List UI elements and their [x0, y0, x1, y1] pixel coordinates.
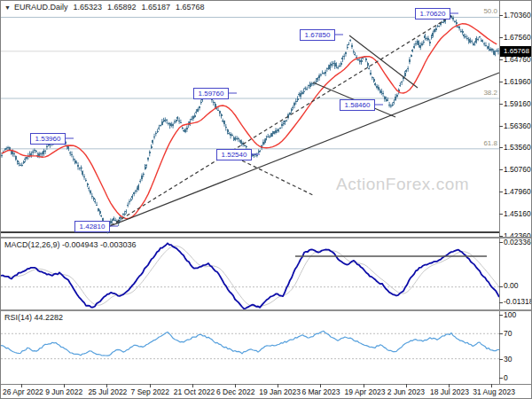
candle-body [284, 121, 286, 122]
price-tick-label: 1.50760 [504, 165, 531, 174]
ohlc-high: 1.65892 [107, 3, 137, 12]
candle-body [83, 176, 85, 177]
candle-body [149, 152, 151, 153]
candle-body [79, 168, 81, 168]
candle-body [194, 115, 196, 117]
candle-body [186, 128, 188, 129]
candle-body [43, 151, 44, 154]
fib-level-label: 38.2 [469, 89, 497, 97]
candle-body [411, 55, 412, 57]
candle-body [200, 102, 202, 103]
candle-body [475, 38, 477, 41]
candle-body [479, 36, 481, 37]
candle-body [438, 26, 440, 27]
candle-body [424, 35, 426, 38]
price-callout[interactable]: 1.42810 [74, 221, 110, 232]
symbol-dropdown-icon[interactable]: ▼ [4, 4, 11, 11]
candle-body [262, 142, 264, 145]
candle-body [267, 137, 269, 137]
candle-body [291, 109, 293, 111]
candle-body [473, 43, 474, 45]
rsi-tick-label: 0 [504, 373, 508, 382]
candle-body [164, 120, 166, 121]
candle-body [343, 56, 345, 57]
candle-body [489, 49, 491, 50]
candle-body [437, 26, 439, 27]
candle-body [130, 200, 132, 200]
panel-divider-macd[interactable] [1, 237, 532, 239]
candle-body [17, 160, 19, 162]
price-callout[interactable]: 1.67850 [300, 29, 335, 41]
candle-body [169, 123, 171, 126]
candle-body [337, 67, 339, 68]
candle-body [234, 137, 236, 141]
candle-body [26, 157, 27, 158]
price-callout[interactable]: 1.58460 [340, 99, 375, 111]
candle-body [163, 121, 165, 121]
date-axis-tick [491, 384, 492, 387]
candle-body [174, 121, 176, 122]
candle-body [131, 196, 133, 197]
candle-body [98, 208, 99, 211]
price-tick-label: 1.59160 [504, 99, 531, 108]
price-callout[interactable]: 1.53960 [30, 133, 66, 145]
macd-main-line [1, 243, 499, 309]
chart-title-bar: ▼EURAUD.Daily1.653231.658921.651871.6576… [4, 3, 205, 12]
candle-body [277, 130, 278, 131]
candle-body [471, 41, 473, 42]
candle-body [303, 91, 305, 92]
candle-body [7, 147, 9, 148]
price-tick-label: 1.53560 [504, 143, 531, 152]
date-axis-line [1, 384, 532, 385]
chart-canvas[interactable] [1, 1, 532, 399]
candle-body [317, 78, 318, 80]
candle-body [491, 49, 493, 51]
date-axis-tick [64, 384, 65, 387]
candle-body [466, 38, 468, 40]
rsi-tick-label: 70 [504, 329, 512, 338]
candle-body [155, 133, 157, 134]
macd-axis-tick [499, 286, 503, 287]
candle-body [378, 87, 379, 89]
candle-body [258, 152, 260, 153]
date-label: 19 Apr 2023 [345, 387, 386, 396]
candle-body [137, 188, 138, 190]
candle-body [152, 140, 153, 142]
date-axis-tick [192, 384, 193, 387]
candle-body [161, 121, 163, 125]
candle-body [323, 73, 325, 74]
panel-divider-rsi[interactable] [1, 309, 532, 311]
candle-body [301, 92, 303, 93]
candle-body [427, 38, 429, 40]
ohlc-open: 1.65323 [73, 3, 102, 12]
candle-body [69, 153, 71, 153]
price-callout[interactable]: 1.52540 [216, 149, 252, 160]
candle-body [5, 148, 7, 149]
macd-axis-tick [499, 302, 503, 303]
candle-body [93, 198, 95, 200]
candle-body [421, 43, 423, 45]
candle-body [240, 141, 242, 144]
candle-body [326, 68, 328, 70]
solid-trendline [106, 73, 499, 228]
candle-body [379, 90, 381, 91]
price-axis-tick [499, 126, 503, 127]
candle-body [184, 129, 186, 132]
candle-body [395, 97, 396, 99]
candle-body [367, 63, 369, 66]
price-tick-label: 1.56360 [504, 121, 531, 130]
candle-body [13, 153, 15, 154]
price-callout[interactable]: 1.70620 [415, 8, 450, 20]
candle-body [34, 150, 35, 151]
price-callout[interactable]: 1.59760 [193, 88, 229, 99]
candle-body [384, 97, 386, 99]
candle-body [407, 68, 409, 69]
rsi-axis-tick [499, 315, 503, 316]
price-axis-tick [499, 192, 503, 192]
candle-body [42, 153, 43, 154]
date-label: 2 Jun 2023 [387, 387, 425, 396]
candle-body [166, 120, 168, 121]
candle-body [462, 31, 464, 33]
candle-body [431, 37, 433, 38]
candle-body [322, 73, 324, 74]
